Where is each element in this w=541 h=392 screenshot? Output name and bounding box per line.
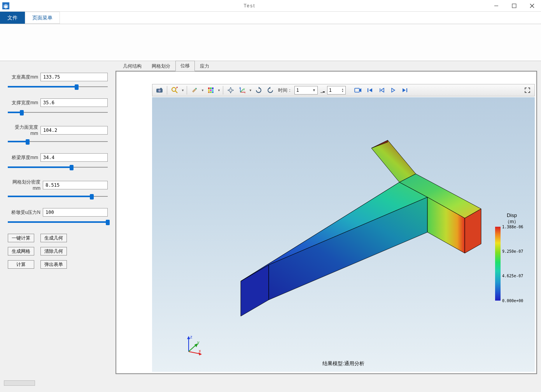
svg-rect-13 <box>212 88 214 89</box>
minimize-button[interactable] <box>487 0 505 12</box>
mesh-density-slider[interactable] <box>8 193 108 200</box>
skip-start-icon[interactable] <box>364 85 375 95</box>
tab-geometry[interactable]: 几何结构 <box>118 61 147 71</box>
beam-thickness-input[interactable] <box>40 153 108 162</box>
param-label: 支座高度mm <box>8 74 38 80</box>
skip-end-icon[interactable] <box>399 85 410 95</box>
action-buttons: 一键计算 生成几何 生成网格 清除几何 计算 弹出表单 <box>8 234 108 269</box>
tab-mesh[interactable]: 网格划分 <box>147 61 175 71</box>
force-face-width-slider[interactable] <box>8 138 108 145</box>
ribbon-area <box>0 24 541 61</box>
tab-stress[interactable]: 应力 <box>195 61 214 71</box>
svg-text:x: x <box>199 348 201 353</box>
force-face-width-input[interactable] <box>40 126 108 135</box>
svg-rect-27 <box>323 91 325 93</box>
svg-rect-29 <box>355 88 359 92</box>
svg-text:y: y <box>197 340 200 345</box>
param-seat-height: 支座高度mm <box>8 73 108 90</box>
step-end-icon[interactable] <box>319 85 326 95</box>
param-label: 支撑宽度mm <box>8 100 38 106</box>
coordinate-triad: z x y <box>182 333 205 356</box>
param-label: 桥梁厚度mm <box>8 154 38 161</box>
mesh-density-input[interactable] <box>43 181 108 189</box>
axes-dropdown-icon[interactable]: ▼ <box>249 89 252 92</box>
svg-text:y: y <box>243 88 245 91</box>
result-tabs: 几何结构 网格划分 位移 应力 <box>116 61 537 71</box>
calculate-button[interactable]: 计算 <box>8 260 34 269</box>
menu-bar: 文件 页面菜单 <box>0 12 541 24</box>
content-area: 几何结构 网格划分 位移 应力 ▼ ▼ <box>116 61 541 378</box>
move-icon[interactable] <box>225 85 236 95</box>
play-icon[interactable] <box>388 85 399 95</box>
seat-height-input[interactable] <box>40 73 108 81</box>
zoom-fit-icon[interactable] <box>169 85 180 95</box>
step-back-icon[interactable] <box>376 85 387 95</box>
svg-rect-2 <box>512 4 516 8</box>
svg-point-8 <box>172 88 176 91</box>
status-bar <box>0 378 541 392</box>
support-width-slider[interactable] <box>8 109 108 116</box>
time-label: 时间： <box>278 87 292 94</box>
param-support-width: 支撑宽度mm <box>8 98 108 116</box>
svg-line-23 <box>240 89 243 92</box>
paint-icon[interactable] <box>189 85 200 95</box>
viewport-footer-label: 结果模型:通用分析 <box>322 360 364 367</box>
svg-rect-18 <box>210 91 212 93</box>
popup-table-button[interactable]: 弹出表单 <box>40 260 67 269</box>
main-area: 支座高度mm 支撑宽度mm 受力面宽度mm <box>0 61 541 378</box>
rotate-ccw-icon[interactable] <box>265 85 276 95</box>
param-label: 受力面宽度mm <box>8 124 38 136</box>
pier-pressure-slider[interactable] <box>8 219 108 225</box>
one-click-calc-button[interactable]: 一键计算 <box>8 234 34 242</box>
param-label: 桥墩受u压力N <box>8 209 40 216</box>
svg-rect-20 <box>229 89 232 91</box>
camera-icon[interactable] <box>154 85 165 95</box>
expand-icon[interactable] <box>522 85 533 95</box>
svg-rect-14 <box>208 89 210 91</box>
support-width-input[interactable] <box>40 98 108 107</box>
svg-text:x: x <box>244 91 246 94</box>
color-legend: Disp （m） 1.388e-06 9.250e-07 4.625e-07 0… <box>495 212 529 301</box>
colormap-dropdown-icon[interactable]: ▼ <box>217 89 221 92</box>
menu-file[interactable]: 文件 <box>0 12 25 24</box>
title-bar: Test <box>0 0 541 12</box>
legend-colorbar <box>495 227 501 301</box>
legend-labels: 1.388e-06 9.250e-07 4.625e-07 0.000e+00 <box>501 227 529 301</box>
zoom-dropdown-icon[interactable]: ▼ <box>181 89 185 92</box>
time-combo-value: 1 <box>296 88 299 93</box>
param-force-face-width: 受力面宽度mm <box>8 124 108 145</box>
close-button[interactable] <box>523 0 541 12</box>
paint-dropdown-icon[interactable]: ▼ <box>201 89 205 92</box>
app-icon <box>0 0 12 12</box>
svg-rect-7 <box>160 88 162 89</box>
tab-displacement[interactable]: 位移 <box>175 61 195 71</box>
colormap-icon[interactable] <box>205 85 216 95</box>
generate-geometry-button[interactable]: 生成几何 <box>40 234 67 242</box>
status-grip[interactable] <box>4 380 35 386</box>
svg-marker-36 <box>269 197 427 300</box>
svg-line-9 <box>175 91 177 93</box>
generate-mesh-button[interactable]: 生成网格 <box>8 247 34 256</box>
axes-icon[interactable]: xzy <box>237 85 248 95</box>
record-icon[interactable] <box>353 85 364 95</box>
svg-rect-30 <box>368 88 368 92</box>
menu-page[interactable]: 页面菜单 <box>25 12 60 24</box>
rotate-cw-icon[interactable] <box>253 85 264 95</box>
beam-thickness-slider[interactable] <box>8 164 108 170</box>
svg-rect-16 <box>212 89 214 91</box>
svg-rect-17 <box>208 91 210 93</box>
time-combo[interactable]: 1 ▼ <box>294 86 318 94</box>
svg-rect-12 <box>210 88 212 89</box>
chevron-down-icon: ▼ <box>312 88 316 92</box>
svg-marker-37 <box>371 140 416 182</box>
maximize-button[interactable] <box>505 0 523 12</box>
viewport-frame: ▼ ▼ ▼ xzy <box>116 71 537 374</box>
seat-height-slider[interactable] <box>8 84 108 90</box>
viewport-3d[interactable]: z x y 结果模型:通用分析 Disp （m） <box>152 97 535 372</box>
svg-rect-19 <box>212 91 214 93</box>
svg-rect-11 <box>208 88 210 89</box>
pier-pressure-input[interactable] <box>43 208 108 217</box>
time-spin[interactable]: 1 ▲▼ <box>327 86 346 94</box>
clear-geometry-button[interactable]: 清除几何 <box>40 247 67 256</box>
window-controls <box>487 0 541 12</box>
